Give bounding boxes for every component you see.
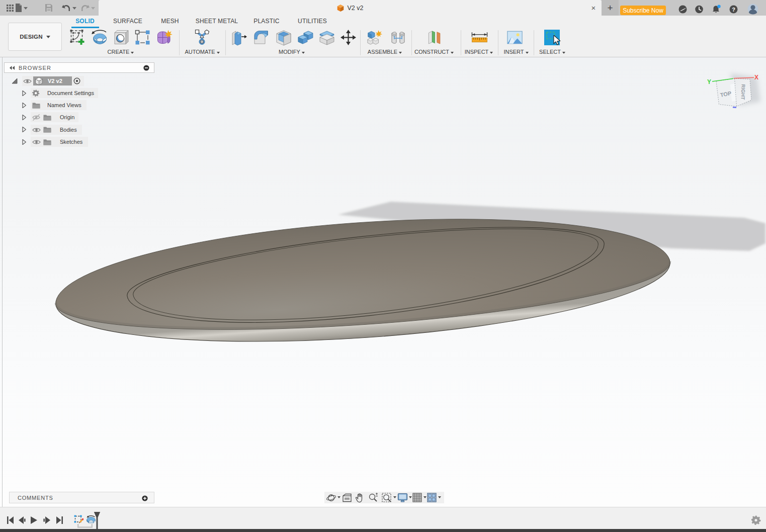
group-label: ASSEMBLE	[368, 49, 397, 55]
undo-menu-caret-icon[interactable]	[72, 7, 76, 10]
group-modify[interactable]: MODIFY	[264, 49, 319, 55]
file-icon[interactable]	[15, 4, 22, 12]
press-pull-icon[interactable]	[231, 29, 247, 46]
browser-panel-title: BROWSER	[19, 65, 51, 71]
document-tab[interactable]: V2 v2 ×	[99, 0, 602, 16]
look-at-icon[interactable]	[342, 493, 352, 502]
fillet-icon[interactable]	[253, 29, 270, 46]
view-cube[interactable]: TOP RIGHT Y X	[707, 73, 760, 108]
tab-mesh[interactable]: MESH	[161, 18, 179, 27]
revolve-icon[interactable]	[92, 29, 108, 46]
new-tab-button[interactable]: +	[602, 0, 619, 16]
grid-caret-icon[interactable]	[423, 496, 427, 498]
step-back-button[interactable]	[19, 516, 26, 524]
browser-item-sketches[interactable]: Sketches	[0, 137, 161, 147]
zoom-icon[interactable]	[368, 493, 378, 502]
extensions-icon[interactable]	[678, 5, 687, 14]
new-component-icon[interactable]	[367, 29, 383, 46]
split-body-icon[interactable]	[318, 29, 335, 46]
automate-icon[interactable]	[194, 29, 210, 46]
insert-image-icon[interactable]	[506, 29, 523, 46]
expand-arrow-icon[interactable]	[12, 78, 18, 84]
tab-plastic[interactable]: PLASTIC	[253, 18, 279, 27]
avatar[interactable]	[747, 4, 758, 15]
hole-icon[interactable]	[113, 29, 130, 46]
group-automate[interactable]: AUTOMATE	[175, 49, 230, 55]
fit-icon[interactable]	[382, 493, 392, 503]
notifications-bell-icon[interactable]	[712, 5, 721, 14]
collapsed-arrow-icon[interactable]	[22, 91, 26, 96]
comments-bar[interactable]: COMMENTS	[9, 492, 154, 503]
collapsed-arrow-icon[interactable]	[22, 139, 26, 145]
view-cube-right-label[interactable]: RIGHT	[740, 84, 746, 100]
move-icon[interactable]	[340, 29, 357, 46]
construction-plane-icon[interactable]	[427, 29, 443, 46]
browser-root-label[interactable]: V2 v2	[48, 76, 62, 85]
browser-item-label[interactable]: Sketches	[60, 137, 82, 147]
browser-item-named-views[interactable]: Named Views	[0, 100, 161, 110]
tab-solid[interactable]: SOLID	[75, 18, 95, 27]
skip-to-end-button[interactable]	[56, 516, 63, 524]
undo-icon[interactable]	[62, 5, 71, 11]
browser-item-origin[interactable]: Origin	[0, 112, 161, 122]
browser-item-document-settings[interactable]: Document Settings	[0, 88, 161, 98]
viewports-icon[interactable]	[427, 493, 437, 502]
collapsed-arrow-icon[interactable]	[22, 115, 26, 120]
create-form-icon[interactable]	[156, 29, 173, 46]
browser-item-label[interactable]: Named Views	[47, 100, 81, 110]
fit-caret-icon[interactable]	[393, 496, 396, 498]
browser-root-row[interactable]: V2 v2	[0, 76, 161, 86]
shell-icon[interactable]	[275, 29, 292, 46]
browser-item-label[interactable]: Bodies	[60, 125, 77, 135]
collapsed-arrow-icon[interactable]	[22, 127, 26, 132]
tab-surface[interactable]: SURFACE	[113, 18, 142, 27]
browser-panel-header[interactable]: BROWSER	[4, 62, 154, 73]
sketch-feature-icon[interactable]	[74, 515, 83, 524]
combine-icon[interactable]	[297, 29, 314, 46]
tab-close-icon[interactable]: ×	[588, 3, 599, 13]
browser-item-label[interactable]: Origin	[60, 112, 74, 122]
visibility-off-icon[interactable]	[32, 114, 41, 121]
redo-icon[interactable]	[80, 5, 90, 11]
tab-utilities[interactable]: UTILITIES	[298, 18, 327, 27]
display-settings-icon[interactable]	[397, 493, 408, 502]
display-caret-icon[interactable]	[409, 496, 412, 498]
save-icon[interactable]	[45, 4, 52, 12]
orbit-icon[interactable]	[326, 493, 336, 503]
timeline-settings-gear-icon[interactable]	[751, 515, 761, 525]
activate-radio-icon[interactable]	[73, 77, 80, 84]
browser-collapse-icon[interactable]	[10, 66, 15, 70]
step-forward-button[interactable]	[43, 516, 50, 524]
group-assemble[interactable]: ASSEMBLE	[357, 49, 412, 55]
joint-icon[interactable]	[390, 29, 406, 46]
browser-minimize-icon[interactable]	[143, 65, 149, 71]
group-create[interactable]: CREATE	[93, 49, 148, 55]
skip-to-start-button[interactable]	[7, 516, 14, 524]
pattern-icon[interactable]	[134, 29, 151, 46]
pan-icon[interactable]	[355, 493, 365, 503]
browser-item-bodies[interactable]: Bodies	[0, 125, 161, 135]
collapsed-arrow-icon[interactable]	[22, 103, 26, 108]
browser-item-label[interactable]: Document Settings	[47, 88, 94, 98]
measure-icon[interactable]	[471, 32, 488, 43]
visibility-eye-icon[interactable]	[32, 127, 41, 133]
visibility-eye-icon[interactable]	[23, 78, 32, 84]
workspace-selector[interactable]: DESIGN	[8, 23, 62, 51]
help-icon[interactable]: ?	[729, 5, 738, 14]
grid-icon[interactable]	[412, 493, 422, 502]
create-sketch-icon[interactable]	[69, 29, 86, 46]
axis-y-label: Y	[707, 78, 711, 85]
viewports-caret-icon[interactable]	[438, 496, 441, 498]
subscribe-button[interactable]: Subscribe Now	[620, 6, 666, 15]
add-comment-icon[interactable]	[142, 495, 148, 501]
play-button[interactable]	[31, 516, 37, 524]
redo-menu-caret-icon[interactable]	[91, 7, 95, 10]
orbit-caret-icon[interactable]	[337, 496, 341, 498]
job-status-icon[interactable]	[695, 5, 703, 14]
file-menu-caret-icon[interactable]	[24, 7, 28, 10]
group-select[interactable]: SELECT	[525, 49, 580, 55]
visibility-eye-icon[interactable]	[32, 139, 41, 145]
timeline-position-marker[interactable]	[94, 512, 101, 529]
tab-sheet-metal[interactable]: SHEET METAL	[196, 18, 238, 27]
app-grid-icon[interactable]	[7, 5, 14, 12]
